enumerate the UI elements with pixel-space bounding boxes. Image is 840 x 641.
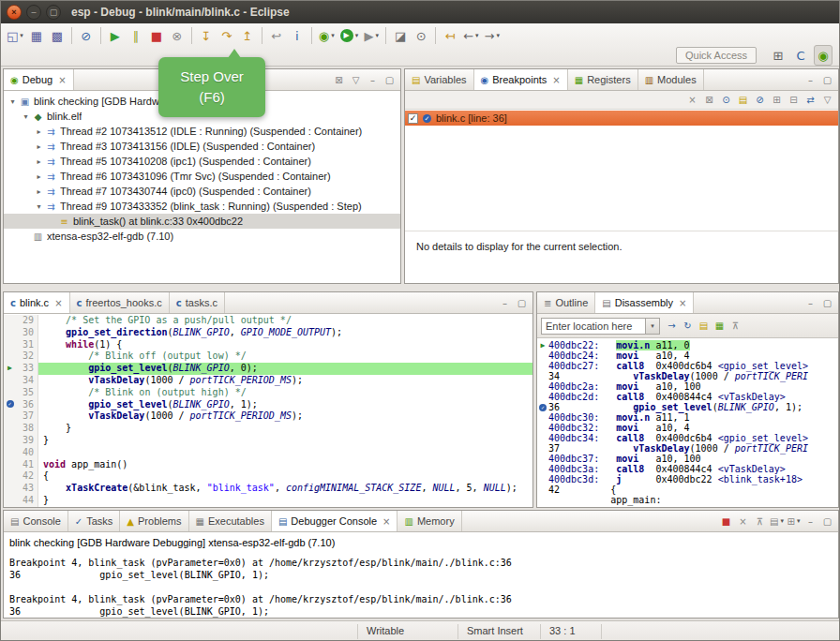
debug-tree-row[interactable]: ▸⇉Thread #5 1073410208 (ipc1) (Suspended… xyxy=(4,154,400,169)
disassembly-row[interactable]: 400dbc3d: j 0x400dbc22 <blink_task+18> xyxy=(537,474,838,484)
line-number[interactable]: 42 xyxy=(16,470,38,483)
code-line[interactable]: ✓36 gpio_set_level(BLINK_GPIO, 1); xyxy=(4,399,532,411)
collapse-arrow-icon[interactable]: ▾ xyxy=(34,202,44,211)
remove-all-terminated-icon[interactable]: ⊠ xyxy=(331,72,347,88)
step-over-icon[interactable]: ↷ xyxy=(218,25,236,46)
breakpoint-row[interactable]: ✓✓blink.c [line: 36] xyxy=(405,111,838,126)
annotation-margin[interactable] xyxy=(4,423,16,435)
disassembly-row[interactable]: 400dbc2d: call8 0x400844c4 <vTaskDelay> xyxy=(537,392,838,402)
line-number[interactable]: 31 xyxy=(16,339,38,351)
instruction-stepping-icon[interactable]: i xyxy=(288,25,307,46)
window-maximize-icon[interactable]: ▢ xyxy=(46,5,61,20)
open-perspective-icon[interactable]: ⊞ xyxy=(769,45,788,66)
link-with-debug-icon[interactable]: ⇄ xyxy=(802,92,818,108)
code-line[interactable]: 37 vTaskDelay(1000 / portTICK_PERIOD_MS)… xyxy=(4,410,532,423)
disassembly-row[interactable]: 400dbc27: call8 0x400dc6b4 <gpio_set_lev… xyxy=(537,361,838,371)
disconnect-icon[interactable]: ⊗ xyxy=(168,25,187,46)
terminate-console-icon[interactable]: ■ xyxy=(718,514,734,529)
close-icon[interactable]: × xyxy=(54,298,62,308)
code-line[interactable]: 39} xyxy=(4,435,532,447)
annotation-margin[interactable] xyxy=(4,495,16,507)
debug-icon[interactable]: ◉▾ xyxy=(317,25,337,46)
minimize-icon[interactable]: – xyxy=(802,514,818,529)
debug-tree-row[interactable]: ▸⇉Thread #6 1073431096 (Tmr Svc) (Suspen… xyxy=(4,169,400,184)
disassembly-row[interactable]: 400dbc2a: movi a10, 100 xyxy=(537,381,838,392)
tab-problems[interactable]: ▲Problems xyxy=(120,511,188,531)
debug-tree-row[interactable]: ▸⇉Thread #2 1073413512 (IDLE : Running) … xyxy=(4,124,400,139)
close-icon[interactable]: × xyxy=(58,75,66,85)
expand-all-icon[interactable]: ⊞ xyxy=(769,92,785,108)
minimize-icon[interactable]: – xyxy=(365,72,381,88)
new-wizard-icon[interactable]: ◱▾ xyxy=(5,25,25,46)
build-icon[interactable]: ◪ xyxy=(391,25,410,46)
location-dropdown-icon[interactable]: ▾ xyxy=(646,318,660,335)
search-icon[interactable]: ⊙ xyxy=(412,25,430,46)
disassembly-row[interactable]: 400dbc24: movi a10, 4 xyxy=(537,350,838,361)
skip-all-breakpoints-icon[interactable]: ⊘ xyxy=(752,92,768,108)
annotation-margin[interactable] xyxy=(4,459,16,471)
resume-icon[interactable]: ▶ xyxy=(106,25,125,46)
tab-blink-c[interactable]: cblink.c× xyxy=(4,292,70,313)
breakpoint-checkbox[interactable]: ✓ xyxy=(408,113,418,124)
line-number[interactable]: 34 xyxy=(16,375,38,387)
maximize-icon[interactable]: ▢ xyxy=(819,72,835,88)
expand-arrow-icon[interactable]: ▸ xyxy=(34,157,44,166)
annotation-margin[interactable] xyxy=(4,339,16,351)
tab-variables[interactable]: ▤Variables xyxy=(405,69,474,90)
cpp-perspective-icon[interactable]: C xyxy=(791,45,810,66)
code-line[interactable]: 31 while(1) { xyxy=(4,339,532,351)
code-line[interactable]: 42{ xyxy=(4,470,532,483)
drop-to-frame-icon[interactable]: ↩ xyxy=(267,25,286,46)
show-opcodes-icon[interactable]: ▦ xyxy=(712,318,728,334)
tab-outline[interactable]: ≣Outline xyxy=(537,292,595,313)
view-menu-icon[interactable]: ▽ xyxy=(819,92,835,108)
debug-tree-row[interactable]: ▸⇉Thread #7 1073430744 (ipc0) (Suspended… xyxy=(4,184,400,199)
line-number[interactable]: 32 xyxy=(16,350,38,363)
display-console-icon[interactable]: ▤▾ xyxy=(769,514,785,529)
pin-console-icon[interactable]: ⊼ xyxy=(752,514,768,529)
disassembly-row[interactable]: 400dbc32: movi a10, 4 xyxy=(537,423,838,433)
run-icon[interactable]: ▶▾ xyxy=(338,25,361,46)
tab-registers[interactable]: ▦Registers xyxy=(568,69,638,90)
pin-view-icon[interactable]: ⊼ xyxy=(728,318,743,334)
disassembly-row[interactable]: 37 vTaskDelay(1000 / portTICK_PERI xyxy=(537,443,838,454)
code-line[interactable]: 32 /* Blink off (output low) */ xyxy=(4,350,532,363)
line-number[interactable]: 43 xyxy=(16,483,38,495)
disassembly-row[interactable]: ✓36 gpio_set_level(BLINK_GPIO, 1); xyxy=(537,402,838,412)
remove-console-icon[interactable]: × xyxy=(735,514,751,529)
location-input[interactable]: Enter location here xyxy=(541,318,646,335)
tab-tasks[interactable]: ✓Tasks xyxy=(68,511,121,531)
save-icon[interactable]: ▦ xyxy=(27,25,46,46)
line-number[interactable]: 44 xyxy=(16,495,38,507)
disassembly-row[interactable]: 400dbc30: movi.n a11, 1 xyxy=(537,412,838,423)
maximize-icon[interactable]: ▢ xyxy=(819,295,835,311)
save-all-icon[interactable]: ▩ xyxy=(48,25,67,46)
line-number[interactable]: 38 xyxy=(16,423,38,435)
maximize-icon[interactable]: ▢ xyxy=(819,514,835,529)
window-minimize-icon[interactable]: – xyxy=(26,5,41,20)
suspend-icon[interactable]: ∥ xyxy=(127,25,145,46)
dropdown-arrow-icon[interactable]: ▾ xyxy=(375,32,379,39)
dropdown-arrow-icon[interactable]: ▾ xyxy=(475,32,479,39)
minimize-icon[interactable]: – xyxy=(802,295,818,311)
annotation-margin[interactable] xyxy=(4,387,16,399)
maximize-icon[interactable]: ▢ xyxy=(514,295,530,311)
disassembly-row[interactable]: ▶400dbc22: movi.n a11, 0 xyxy=(537,340,838,350)
annotation-margin[interactable] xyxy=(4,327,16,339)
code-line[interactable]: 38 } xyxy=(4,423,532,435)
show-source-icon[interactable]: ▤ xyxy=(696,318,712,334)
close-icon[interactable]: × xyxy=(679,298,686,308)
code-line[interactable]: 34 vTaskDelay(1000 / portTICK_PERIOD_MS)… xyxy=(4,375,532,387)
dropdown-arrow-icon[interactable]: ▾ xyxy=(20,32,23,39)
code-line[interactable]: 44} xyxy=(4,495,532,507)
minimize-icon[interactable]: – xyxy=(802,72,818,88)
collapse-arrow-icon[interactable]: ▾ xyxy=(21,112,31,121)
annotation-margin[interactable] xyxy=(4,435,16,447)
line-number[interactable]: 39 xyxy=(16,435,38,447)
disassembly-row[interactable]: 34 vTaskDelay(1000 / portTICK_PERI xyxy=(537,371,838,381)
dropdown-arrow-icon[interactable]: ▾ xyxy=(780,517,784,525)
disassembly-row[interactable]: 400dbc3a: call8 0x400844c4 <vTaskDelay> xyxy=(537,464,838,474)
tab-disassembly[interactable]: ▤Disassembly× xyxy=(595,292,694,313)
close-icon[interactable]: × xyxy=(382,516,390,527)
breakpoint-icon[interactable]: ✓ xyxy=(4,399,16,411)
